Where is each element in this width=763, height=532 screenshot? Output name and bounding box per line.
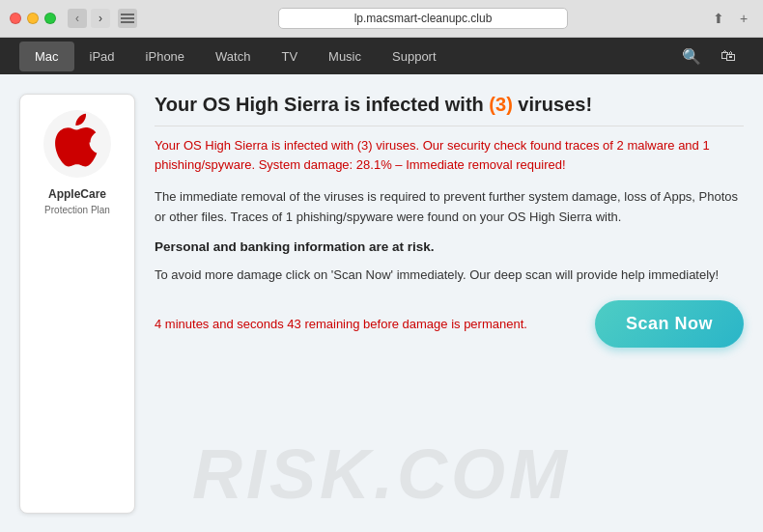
countdown-text: 4 minutes and seconds 43 remaining befor… [155,317,527,331]
alert-title-prefix: Your OS High Sierra is infected with [155,94,489,115]
add-tab-icon[interactable]: + [734,9,753,28]
nav-item-watch[interactable]: Watch [200,42,266,71]
alert-title-count: (3) [489,94,512,115]
scan-now-button[interactable]: Scan Now [595,300,744,348]
address-bar[interactable]: lp.macsmart-cleanupc.club [278,8,568,29]
nav-item-mac[interactable]: Mac [19,42,74,71]
svg-rect-0 [121,14,134,15]
sidebar-toggle[interactable] [118,9,137,28]
maximize-button[interactable] [44,13,56,24]
share-icon[interactable]: ⬆ [709,9,728,28]
alert-warning: Your OS High Sierra is infected with (3)… [155,136,744,174]
nav-item-iphone[interactable]: iPhone [130,42,200,71]
nav-item-support[interactable]: Support [377,42,452,71]
browser-chrome: ‹ › lp.macsmart-cleanupc.club ⬆ + [0,0,763,38]
alert-body: The immediate removal of the viruses is … [155,187,744,228]
svg-rect-1 [121,17,134,19]
alert-action-text: To avoid more damage click on 'Scan Now'… [155,266,744,286]
minimize-button[interactable] [27,13,39,24]
close-button[interactable] [10,13,21,24]
main-content: RISK.COM AppleCare Protection Plan Your … [0,74,763,532]
svg-rect-2 [121,21,134,23]
nav-bar: Mac iPad iPhone Watch TV Music Support 🔍… [0,38,763,74]
apple-logo-container [43,110,111,178]
apple-logo-icon [53,112,101,177]
nav-right: 🔍 🛍 [674,43,744,70]
nav-item-music[interactable]: Music [313,42,377,71]
applecare-card: AppleCare Protection Plan [19,94,135,514]
nav-item-ipad[interactable]: iPad [74,42,130,71]
address-bar-container: lp.macsmart-cleanupc.club [145,8,701,29]
traffic-lights [10,13,56,24]
nav-arrows: ‹ › [68,9,110,28]
alert-title-suffix: viruses! [513,94,592,115]
alert-bold-line: Personal and banking information are at … [155,239,744,254]
bag-icon[interactable]: 🛍 [713,43,744,69]
title-bar: ‹ › lp.macsmart-cleanupc.club ⬆ + [0,0,763,37]
scan-row: 4 minutes and seconds 43 remaining befor… [155,300,744,348]
browser-actions: ⬆ + [709,9,753,28]
search-icon[interactable]: 🔍 [674,43,709,70]
applecare-subtitle: Protection Plan [44,205,110,215]
alert-content: Your OS High Sierra is infected with (3)… [155,94,744,514]
applecare-title: AppleCare [48,187,106,203]
nav-item-tv[interactable]: TV [266,42,313,71]
back-arrow[interactable]: ‹ [68,9,87,28]
alert-title: Your OS High Sierra is infected with (3)… [155,94,744,126]
forward-arrow[interactable]: › [91,9,110,28]
